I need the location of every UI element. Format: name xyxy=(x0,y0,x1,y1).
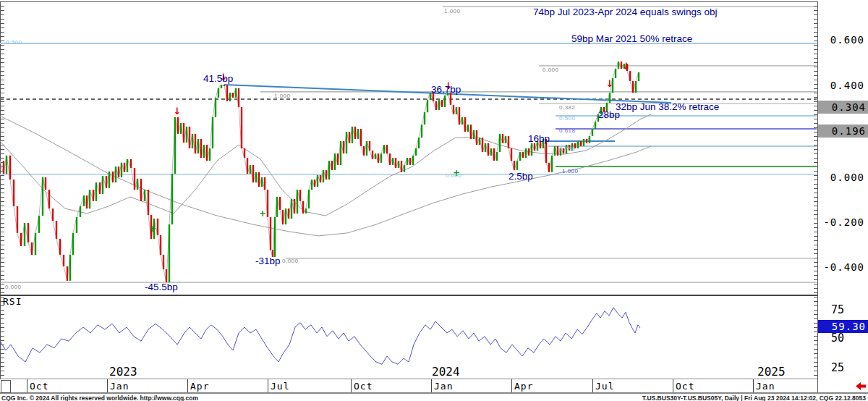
rsi-chart-surface[interactable] xyxy=(0,295,817,379)
price-bar xyxy=(586,139,587,143)
price-bar xyxy=(398,161,399,168)
price-bar xyxy=(115,166,116,182)
price-bar xyxy=(102,176,103,194)
price-chart-surface[interactable]: ↓↓↓↓↓+++ xyxy=(0,0,817,295)
price-level-badge: 0.196 xyxy=(818,124,868,138)
price-bar xyxy=(127,159,128,172)
price-bar xyxy=(395,158,396,168)
axis-corner-box xyxy=(1,380,11,393)
price-bar xyxy=(272,250,273,257)
price-bar xyxy=(563,148,564,153)
price-bar xyxy=(629,71,631,81)
price-bar xyxy=(226,85,228,101)
buy-plus-icon: + xyxy=(259,208,266,219)
month-label[interactable]: Oct xyxy=(676,380,694,392)
month-label[interactable]: Jan xyxy=(434,380,453,392)
copyright-text: CQG Inc. © 2024 All rights reserved worl… xyxy=(1,394,198,401)
month-label[interactable]: Oct xyxy=(354,380,373,392)
price-bar xyxy=(380,153,382,163)
price-bar xyxy=(606,103,608,112)
month-label[interactable]: Jan xyxy=(110,380,129,392)
price-bar xyxy=(450,93,451,105)
price-bar xyxy=(86,195,88,208)
price-bar xyxy=(407,158,408,165)
month-label[interactable]: Jul xyxy=(271,380,289,392)
price-bar xyxy=(369,141,370,151)
price-bar xyxy=(525,148,527,158)
price-bar xyxy=(99,182,101,194)
price-level-badge: 0.304 xyxy=(818,101,868,114)
price-bar xyxy=(17,206,18,233)
month-label[interactable]: Jan xyxy=(756,380,775,392)
price-bar xyxy=(340,141,341,165)
price-bar xyxy=(112,172,114,182)
month-label[interactable]: Apr xyxy=(190,380,209,392)
price-bar xyxy=(279,197,281,210)
price-bar xyxy=(574,143,576,148)
price-bar xyxy=(502,134,503,143)
price-bar xyxy=(560,148,561,156)
buy-plus-icon: + xyxy=(453,168,460,178)
month-label[interactable]: Apr xyxy=(514,380,533,392)
price-bar xyxy=(258,172,260,187)
time-axis-separator xyxy=(592,379,593,392)
price-bar xyxy=(282,210,284,224)
price-bar xyxy=(276,197,278,217)
price-bar xyxy=(63,255,64,266)
price-bar xyxy=(80,206,81,217)
month-label[interactable]: Jul xyxy=(595,380,614,392)
price-bar xyxy=(180,123,182,134)
price-bar xyxy=(363,146,365,156)
price-bar xyxy=(386,145,388,153)
price-bar xyxy=(473,130,475,139)
price-bar xyxy=(490,148,492,156)
price-bar xyxy=(308,190,310,208)
price-bar xyxy=(499,134,501,152)
price-bar xyxy=(638,72,639,81)
price-bar xyxy=(531,143,532,156)
price-bar xyxy=(537,141,538,151)
price-bar xyxy=(595,122,596,129)
price-bar xyxy=(137,179,138,190)
price-bar xyxy=(291,199,292,219)
price-bar xyxy=(144,190,145,201)
price-bar xyxy=(148,190,149,215)
price-bar xyxy=(375,153,376,159)
price-bar xyxy=(24,223,25,246)
price-connector-line xyxy=(0,62,639,282)
price-bar xyxy=(600,107,602,114)
price-bar xyxy=(447,93,448,96)
price-bar xyxy=(424,112,425,124)
price-bar xyxy=(589,136,590,143)
price-bar xyxy=(323,170,324,182)
price-bar xyxy=(314,180,315,187)
sell-arrow-icon: ↓ xyxy=(445,80,453,91)
price-bar xyxy=(297,190,298,214)
rsi-line xyxy=(0,308,640,364)
price-bar xyxy=(583,139,584,146)
time-axis[interactable]: OctJanAprJulOctJanAprJulOctJan xyxy=(0,379,817,392)
price-bar xyxy=(224,85,225,86)
price-bar xyxy=(615,69,616,78)
price-bar xyxy=(514,161,515,170)
price-bar xyxy=(566,145,567,153)
scroll-left-arrow-icon[interactable] xyxy=(855,381,867,391)
time-axis-separator xyxy=(431,379,432,392)
rsi-value-badge: 59.30 xyxy=(818,320,868,333)
price-bar xyxy=(27,223,29,242)
price-bar xyxy=(603,107,605,112)
price-bar xyxy=(13,180,14,206)
time-axis-separator xyxy=(268,379,268,392)
buy-plus-icon: + xyxy=(149,224,156,234)
price-bar xyxy=(320,175,321,182)
price-bar xyxy=(285,208,286,224)
price-bar xyxy=(632,81,634,93)
price-bar xyxy=(200,139,202,158)
price-bar xyxy=(31,242,33,255)
month-label[interactable]: Oct xyxy=(30,380,48,392)
price-bar xyxy=(9,156,11,180)
rsi-axis-label: 75 xyxy=(818,303,867,316)
price-bar xyxy=(343,141,344,153)
price-bar xyxy=(215,98,216,117)
time-axis-separator xyxy=(27,379,27,392)
